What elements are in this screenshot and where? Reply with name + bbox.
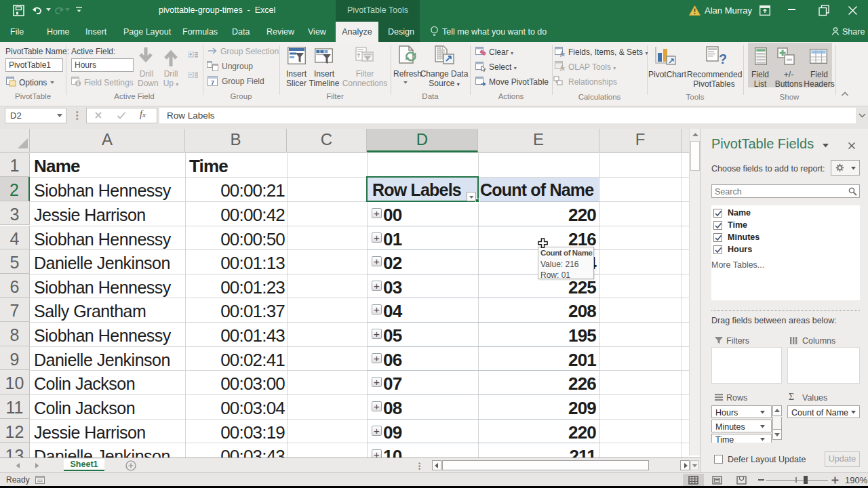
svg-text:fx: fx xyxy=(560,64,566,71)
svg-text:fx: fx xyxy=(560,50,566,57)
svg-text:?: ? xyxy=(719,52,726,66)
